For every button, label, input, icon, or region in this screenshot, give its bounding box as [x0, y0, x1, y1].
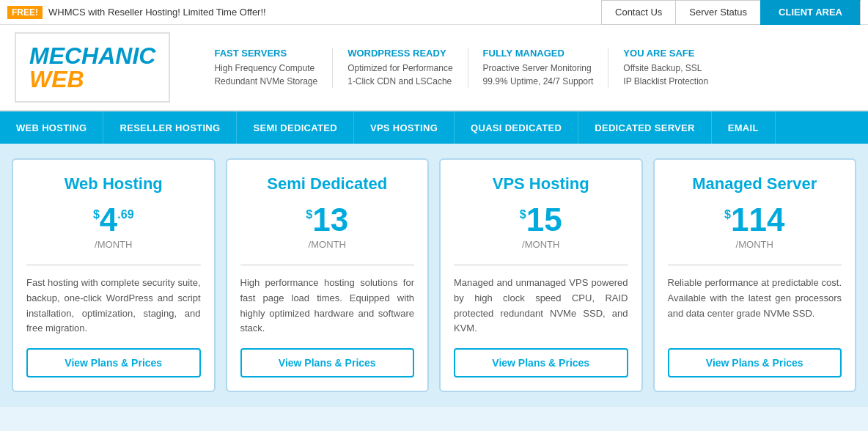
price-period-managed: /MONTH — [736, 239, 773, 250]
main-nav: WEB HOSTING RESELLER HOSTING SEMI DEDICA… — [0, 111, 868, 144]
logo-web: WEB — [29, 67, 155, 91]
price-dollar-semi: $ — [306, 208, 312, 221]
view-plans-btn-web[interactable]: View Plans & Prices — [26, 348, 201, 377]
feature-managed: FULLY MANAGED Proactive Server Monitorin… — [468, 48, 608, 88]
nav-dedicated-server[interactable]: DEDICATED SERVER — [578, 111, 712, 144]
card-title-semi: Semi Dedicated — [267, 174, 387, 194]
header-features: FAST SERVERS High Frequency Compute Redu… — [199, 48, 853, 88]
price-amount-web: 4 — [100, 204, 117, 236]
client-area-link[interactable]: CLIENT AREA — [760, 0, 861, 25]
card-web-hosting: Web Hosting $ 4 .69 /MONTH Fast hosting … — [12, 158, 216, 392]
feature-wordpress: WORDPRESS READY Optimized for Performanc… — [332, 48, 467, 88]
logo-box: MECHANIC WEB — [15, 32, 170, 103]
price-row-semi: $ 13 — [306, 204, 348, 236]
price-period-vps: /MONTH — [522, 239, 559, 250]
promo-text: WHMCS with Reseller Hosting! Limited Tim… — [48, 7, 601, 18]
price-amount-vps: 15 — [526, 204, 562, 236]
card-title-vps: VPS Hosting — [493, 174, 589, 194]
price-dollar-web: $ — [93, 208, 100, 221]
content: Web Hosting $ 4 .69 /MONTH Fast hosting … — [0, 144, 868, 407]
view-plans-btn-vps[interactable]: View Plans & Prices — [454, 348, 628, 377]
nav-quasi-dedicated[interactable]: QUASI DEDICATED — [455, 111, 578, 144]
feature-desc-3: Proactive Server Monitoring 99.9% Uptime… — [483, 62, 594, 88]
free-badge: FREE! — [7, 6, 43, 19]
feature-fast-servers: FAST SERVERS High Frequency Compute Redu… — [199, 48, 332, 88]
server-status-link[interactable]: Server Status — [675, 0, 760, 25]
card-divider-managed — [668, 265, 842, 265]
card-desc-vps: Managed and unmanaged VPS powered by hig… — [454, 276, 628, 336]
nav-semi-dedicated[interactable]: SEMI DEDICATED — [237, 111, 353, 144]
card-title-managed: Managed Server — [692, 174, 817, 194]
price-amount-semi: 13 — [312, 204, 348, 236]
card-vps-hosting: VPS Hosting $ 15 /MONTH Managed and unma… — [439, 158, 643, 392]
card-title-web: Web Hosting — [65, 174, 163, 194]
feature-title-3: FULLY MANAGED — [483, 48, 594, 59]
logo: MECHANIC WEB — [29, 44, 155, 91]
view-plans-btn-managed[interactable]: View Plans & Prices — [668, 348, 842, 377]
price-row-vps: $ 15 — [520, 204, 562, 236]
nav-email[interactable]: EMAIL — [712, 111, 776, 144]
feature-desc-1: High Frequency Compute Redundant NVMe St… — [214, 62, 317, 88]
price-period-semi: /MONTH — [309, 239, 346, 250]
card-managed-server: Managed Server $ 114 /MONTH Reliable per… — [653, 158, 857, 392]
feature-title-1: FAST SERVERS — [214, 48, 317, 59]
price-dollar-managed: $ — [724, 208, 731, 221]
cards-row: Web Hosting $ 4 .69 /MONTH Fast hosting … — [12, 158, 856, 392]
nav-web-hosting[interactable]: WEB HOSTING — [0, 111, 103, 144]
nav-reseller-hosting[interactable]: RESELLER HOSTING — [103, 111, 237, 144]
logo-mechanic: MECHANIC — [29, 44, 155, 67]
nav-vps-hosting[interactable]: VPS HOSTING — [354, 111, 455, 144]
top-nav: Contact Us Server Status CLIENT AREA — [601, 0, 861, 25]
price-row-web: $ 4 .69 — [93, 204, 134, 236]
top-bar: FREE! WHMCS with Reseller Hosting! Limit… — [0, 0, 868, 25]
price-period-web: /MONTH — [95, 239, 132, 250]
price-amount-managed: 114 — [731, 204, 784, 236]
card-semi-dedicated: Semi Dedicated $ 13 /MONTH High performa… — [226, 158, 430, 392]
feature-safe: YOU ARE SAFE Offsite Backup, SSL IP Blac… — [608, 48, 725, 88]
header: MECHANIC WEB FAST SERVERS High Frequency… — [0, 25, 868, 111]
feature-desc-2: Optimized for Performance 1-Click CDN an… — [347, 62, 452, 88]
feature-title-4: YOU ARE SAFE — [623, 48, 710, 59]
card-desc-semi: High performance hosting solutions for f… — [240, 276, 415, 336]
price-row-managed: $ 114 — [724, 204, 784, 236]
card-divider-semi — [240, 265, 415, 265]
view-plans-btn-semi[interactable]: View Plans & Prices — [240, 348, 415, 377]
card-divider-web — [26, 265, 201, 265]
card-divider-vps — [454, 265, 628, 265]
card-desc-web: Fast hosting with complete security suit… — [26, 276, 201, 336]
card-desc-managed: Reliable performance at predictable cost… — [668, 276, 842, 336]
price-cents-web: .69 — [117, 208, 133, 221]
price-dollar-vps: $ — [520, 208, 526, 221]
contact-us-link[interactable]: Contact Us — [601, 0, 675, 25]
feature-title-2: WORDPRESS READY — [347, 48, 452, 59]
feature-desc-4: Offsite Backup, SSL IP Blacklist Protect… — [623, 62, 710, 88]
